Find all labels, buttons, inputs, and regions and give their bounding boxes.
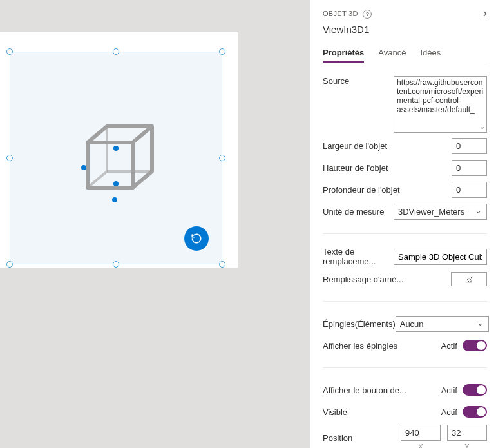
show-pins-toggle[interactable] <box>463 340 487 351</box>
chevron-right-icon[interactable]: › <box>483 6 487 20</box>
pin-dot <box>113 181 119 186</box>
object-width-label: Largeur de l'objet <box>323 141 452 151</box>
reset-view-button[interactable] <box>184 226 209 251</box>
pins-select[interactable] <box>396 316 489 332</box>
show-pins-status: Actif <box>441 341 457 351</box>
resize-handle-mr[interactable] <box>219 155 225 161</box>
paint-bucket-icon <box>464 275 473 284</box>
help-icon[interactable]: ? <box>363 10 372 19</box>
show-button-label: Afficher le bouton de... <box>323 385 441 395</box>
show-button-toggle[interactable] <box>463 384 487 396</box>
position-label: Position <box>323 433 401 443</box>
canvas-area <box>0 0 309 448</box>
visible-label: Visible <box>323 407 441 417</box>
object-height-input[interactable] <box>452 160 487 176</box>
pins-label: Épingles(Éléments) <box>323 319 396 329</box>
resize-handle-ml[interactable] <box>6 155 13 161</box>
canvas-stage[interactable] <box>0 32 238 268</box>
reset-icon <box>191 233 202 244</box>
resize-handle-tl[interactable] <box>6 48 13 55</box>
object-width-input[interactable] <box>452 138 487 154</box>
resize-handle-tr[interactable] <box>219 48 225 55</box>
position-y-input[interactable] <box>447 425 487 441</box>
svg-point-0 <box>471 277 472 278</box>
object-depth-label: Profondeur de l'objet <box>323 185 452 195</box>
show-button-status: Actif <box>441 385 457 395</box>
properties-panel: OBJET 3D ? › ViewIn3D1 Propriétés Avancé… <box>309 0 496 448</box>
pin-dot <box>81 165 86 170</box>
resize-handle-bm[interactable] <box>113 261 119 268</box>
visible-status: Actif <box>441 407 457 417</box>
tab-ideas[interactable]: Idées <box>420 44 441 63</box>
position-x-input[interactable] <box>401 425 441 441</box>
tab-advanced[interactable]: Avancé <box>378 44 406 63</box>
source-label: Source <box>323 76 394 86</box>
object-name: ViewIn3D1 <box>323 24 487 35</box>
cube-icon <box>75 117 158 200</box>
source-value: https://raw.githubusercontent.com/micros… <box>397 78 483 114</box>
chevron-down-icon[interactable]: ⌄ <box>479 122 485 131</box>
object-type-label: OBJET 3D <box>323 10 358 17</box>
position-y-sublabel: Y <box>464 443 469 448</box>
tab-properties[interactable]: Propriétés <box>323 44 364 63</box>
object-depth-input[interactable] <box>452 182 487 198</box>
unit-label: Unité de mesure <box>323 207 394 217</box>
position-x-sublabel: X <box>418 443 423 448</box>
show-pins-label: Afficher les épingles <box>323 341 441 351</box>
tab-bar: Propriétés Avancé Idées <box>323 44 487 63</box>
visible-toggle[interactable] <box>463 406 487 418</box>
pin-dot <box>112 197 117 202</box>
object-height-label: Hauteur de l'objet <box>323 163 452 173</box>
unit-select[interactable] <box>394 204 487 220</box>
source-input[interactable]: https://raw.githubusercontent.com/micros… <box>394 76 487 133</box>
background-fill-label: Remplissage d'arriè... <box>323 275 451 284</box>
resize-handle-br[interactable] <box>219 261 225 268</box>
pin-dot <box>113 146 119 151</box>
selection-box[interactable] <box>10 52 222 264</box>
alt-text-input[interactable] <box>394 249 487 265</box>
alt-text-label: Texte de remplaceme... <box>323 247 394 266</box>
background-color-picker[interactable] <box>451 272 487 286</box>
resize-handle-bl[interactable] <box>6 261 13 268</box>
resize-handle-tm[interactable] <box>113 48 119 55</box>
